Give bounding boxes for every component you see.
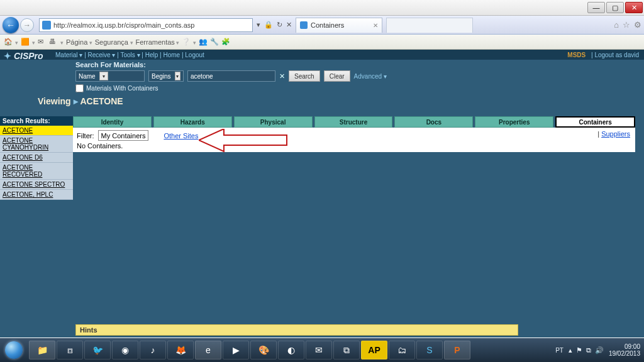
search-button[interactable]: Search (289, 70, 320, 82)
task-skype[interactable]: S (416, 341, 443, 359)
task-hummingbird[interactable]: 🐦 (84, 341, 111, 359)
menu-material[interactable]: Material ▾ (55, 52, 82, 58)
browser-tab-containers[interactable]: Containers ✕ (296, 18, 382, 33)
hints-bar: Hints (75, 324, 518, 336)
task-cmd[interactable]: ⧉ (333, 341, 360, 359)
clear-button[interactable]: Clear (324, 70, 350, 82)
page-menu[interactable]: Página (66, 38, 92, 46)
tray-up-icon[interactable]: ▴ (569, 346, 572, 354)
app-logo: CISPro (4, 51, 43, 61)
window-maximize-button[interactable]: ▢ (606, 2, 624, 13)
sidebar-item-acetone-recovered[interactable]: ACETONE RECOVERED (0, 163, 73, 180)
tab-docs[interactable]: Docs (394, 116, 473, 128)
sidebar-item-acetone-hplc[interactable]: ACETONE, HPLC (0, 190, 73, 200)
tab-physical[interactable]: Physical (234, 116, 313, 128)
url-field[interactable]: http://realmox.iq.usp.br/cispro/main_con… (39, 18, 253, 32)
home-dd[interactable] (15, 38, 18, 46)
checkbox-label: Materials With Containers (86, 85, 158, 92)
tray-network-icon[interactable]: ⧉ (586, 346, 591, 354)
tab-structure[interactable]: Structure (314, 116, 393, 128)
task-chrome[interactable]: ◉ (112, 341, 138, 359)
task-firefox[interactable]: 🦊 (167, 341, 194, 359)
menu-receive[interactable]: Receive ▾ (88, 52, 116, 58)
print-dd[interactable] (60, 38, 64, 46)
start-button[interactable] (0, 338, 28, 362)
print-icon[interactable]: 🖶 (49, 38, 58, 47)
tab-identity[interactable]: Identity (73, 116, 152, 128)
feeds-dd[interactable] (32, 38, 35, 46)
browser-tab-new[interactable] (386, 18, 473, 33)
logout-as-link[interactable]: Logout as david (594, 52, 639, 58)
task-dropbox[interactable]: ⧈ (57, 341, 83, 359)
menu-tools[interactable]: Tools ▾ (120, 52, 140, 58)
search-op-select[interactable]: Begins▾ (148, 70, 184, 82)
advanced-link[interactable]: Advanced ▾ (354, 73, 387, 80)
task-ie[interactable]: e (195, 341, 221, 359)
refresh-icon[interactable]: ↻ (277, 21, 282, 29)
task-explorer[interactable]: 📁 (29, 341, 55, 359)
sidebar-item-acetone-spectro[interactable]: ACETONE SPECTRO (0, 180, 73, 190)
safety-menu[interactable]: Segurança (95, 38, 133, 46)
empty-state: No Containers. (77, 142, 631, 150)
materials-with-containers-checkbox[interactable] (75, 84, 84, 92)
task-ap[interactable]: AP (361, 341, 387, 359)
tray-clock[interactable]: 09:00 19/02/2013 (609, 343, 640, 357)
search-input[interactable]: acetone (187, 70, 275, 82)
tools-menu[interactable]: Ferramentas (136, 38, 180, 46)
filter-select[interactable]: My Containers (98, 130, 149, 141)
ie-favicon-icon (42, 21, 51, 30)
feeds-icon[interactable]: 🟧 (21, 38, 30, 47)
main-column: Identity Hazards Physical Structure Docs… (73, 116, 635, 337)
sidebar-item-acetone-d6[interactable]: ACETONE D6 (0, 153, 73, 163)
url-text: http://realmox.iq.usp.br/cispro/main_con… (53, 21, 194, 29)
menu-help[interactable]: Help (145, 52, 158, 58)
tab-containers[interactable]: Containers (555, 116, 635, 128)
menu-home[interactable]: Home (163, 52, 180, 58)
tray-volume-icon[interactable]: 🔊 (595, 346, 604, 354)
tools-icon[interactable]: ⚙ (634, 20, 641, 30)
suppliers-link[interactable]: Suppliers (601, 130, 630, 138)
task-app1[interactable]: ◐ (278, 341, 304, 359)
annotation-arrow-icon (199, 129, 293, 153)
other-sites-link[interactable]: Other Sites (164, 132, 198, 140)
stop-icon[interactable]: ✕ (286, 21, 292, 29)
task-wmp[interactable]: ▶ (223, 341, 249, 359)
help-dd[interactable] (193, 38, 196, 46)
help-icon[interactable]: ❔ (182, 38, 191, 47)
home-dd-icon[interactable]: 🏠 (4, 38, 13, 47)
nav-back-button[interactable]: ← (3, 17, 19, 33)
tab-favicon-icon (300, 21, 308, 29)
tab-hazards[interactable]: Hazards (153, 116, 232, 128)
task-app2[interactable]: 🗂 (389, 341, 415, 359)
addon3-icon[interactable]: 🧩 (221, 38, 230, 47)
favorites-icon[interactable]: ☆ (623, 20, 630, 30)
nav-forward-button[interactable]: → (20, 18, 34, 32)
cispro-app: CISPro Material ▾ | Receive ▾ | Tools ▾ … (0, 50, 644, 337)
lang-indicator[interactable]: PT (555, 347, 564, 354)
msds-link[interactable]: MSDS (567, 52, 586, 58)
app-menu: Material ▾ | Receive ▾ | Tools ▾ | Help … (55, 52, 204, 58)
menu-logout[interactable]: Logout (185, 52, 204, 58)
dropdown-icon[interactable]: ▾ (257, 21, 260, 29)
window-titlebar: — ▢ ✕ (0, 0, 644, 16)
content-tabs: Identity Hazards Physical Structure Docs… (73, 116, 635, 128)
tab-properties[interactable]: Properties (475, 116, 553, 128)
task-thunderbird[interactable]: ✉ (306, 341, 332, 359)
window-close-button[interactable]: ✕ (625, 2, 643, 13)
addon2-icon[interactable]: 🔧 (210, 38, 219, 47)
search-field-select[interactable]: Name▾ (75, 70, 145, 82)
tray-flag-icon[interactable]: ⚑ (576, 346, 582, 354)
mail-icon[interactable]: ✉ (38, 38, 47, 47)
window-minimize-button[interactable]: — (587, 2, 605, 13)
filter-label: Filter: (77, 132, 94, 140)
sidebar-item-acetone[interactable]: ACETONE (0, 126, 73, 136)
search-results-sidebar: Search Results: ACETONE ACETONE CYANOHYD… (0, 116, 73, 337)
task-itunes[interactable]: ♪ (140, 341, 166, 359)
sidebar-item-acetone-cyanohydrin[interactable]: ACETONE CYANOHYDRIN (0, 136, 73, 153)
addon1-icon[interactable]: 👥 (199, 38, 208, 47)
task-powerpoint[interactable]: P (444, 341, 470, 359)
home-icon[interactable]: ⌂ (614, 20, 619, 30)
clear-input-icon[interactable]: ✕ (279, 72, 285, 80)
task-paint[interactable]: 🎨 (250, 341, 277, 359)
tab-close-icon[interactable]: ✕ (373, 22, 378, 29)
